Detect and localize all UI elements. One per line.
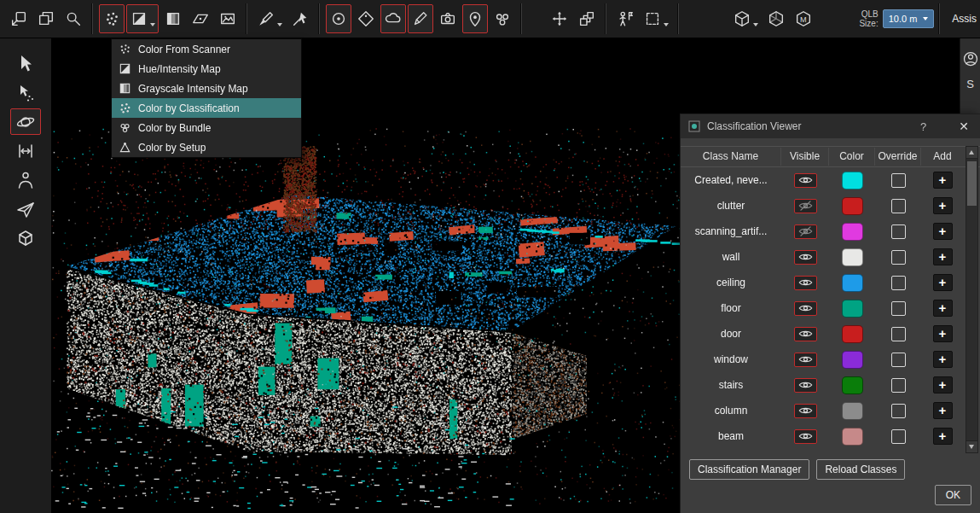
override-checkbox[interactable] xyxy=(891,327,906,341)
brush-tool-button[interactable] xyxy=(253,4,286,33)
class-color-swatch[interactable] xyxy=(842,223,863,241)
duplicate-window-button[interactable] xyxy=(33,4,59,33)
column-override: Override xyxy=(875,148,921,166)
menu-item-hue-intensity[interactable]: Hue/Intensity Map xyxy=(112,59,301,79)
selection-box-button[interactable] xyxy=(640,4,672,33)
override-checkbox[interactable] xyxy=(891,250,906,265)
add-class-button[interactable]: + xyxy=(933,172,953,189)
add-class-button[interactable]: + xyxy=(933,197,953,214)
override-checkbox[interactable] xyxy=(891,173,906,188)
menu-item-grayscale[interactable]: Grayscale Intensity Map xyxy=(112,79,301,98)
visibility-toggle[interactable] xyxy=(794,429,817,444)
orbit-tool-button[interactable] xyxy=(10,108,41,135)
visibility-toggle[interactable] xyxy=(794,378,817,393)
cube-model-button[interactable]: M xyxy=(791,4,816,33)
scroll-down-icon[interactable] xyxy=(966,440,977,452)
tag-marker-button[interactable] xyxy=(353,4,379,33)
target-marker-button[interactable] xyxy=(326,4,351,33)
scrollbar-thumb[interactable] xyxy=(967,161,977,206)
box-mode-button[interactable] xyxy=(10,224,41,251)
qlb-size-select[interactable]: 10.0 m xyxy=(883,9,935,28)
visibility-toggle[interactable] xyxy=(794,250,817,265)
scrollbar[interactable] xyxy=(966,146,978,453)
menu-item-color-by-setup[interactable]: Color by Setup xyxy=(112,137,301,157)
menu-item-label: Hue/Intensity Map xyxy=(138,63,221,75)
export-view-button[interactable] xyxy=(6,4,32,33)
add-class-button[interactable]: + xyxy=(933,325,953,342)
visibility-toggle[interactable] xyxy=(794,353,817,367)
visibility-toggle[interactable] xyxy=(794,301,817,316)
class-color-swatch[interactable] xyxy=(842,172,863,189)
override-checkbox[interactable] xyxy=(891,199,906,213)
visibility-toggle[interactable] xyxy=(794,404,817,418)
visibility-toggle[interactable] xyxy=(794,224,817,239)
cube-view-button[interactable] xyxy=(729,4,762,33)
classification-manager-button[interactable]: Classification Manager xyxy=(689,459,809,480)
add-class-button[interactable]: + xyxy=(933,376,953,393)
override-checkbox[interactable] xyxy=(891,276,906,290)
hue-intensity-map-button[interactable] xyxy=(126,4,159,33)
add-class-button[interactable]: + xyxy=(933,248,953,265)
override-checkbox[interactable] xyxy=(891,301,906,316)
qlb-size-control: QLB Size: 10.0 m xyxy=(859,9,934,29)
image-icon xyxy=(218,9,237,28)
camera-snapshot-button[interactable] xyxy=(435,4,461,33)
fly-tool-button[interactable] xyxy=(10,195,41,222)
walkthrough-button[interactable] xyxy=(612,4,638,33)
scroll-up-icon[interactable] xyxy=(966,147,977,159)
image-view-button[interactable] xyxy=(215,4,241,33)
pen-annotation-button[interactable] xyxy=(408,4,433,33)
class-color-swatch[interactable] xyxy=(842,197,863,215)
select-points-button[interactable] xyxy=(10,79,41,106)
add-class-button[interactable]: + xyxy=(933,402,953,419)
class-color-swatch[interactable] xyxy=(842,402,863,420)
override-checkbox[interactable] xyxy=(891,378,906,393)
assist-user-icon[interactable] xyxy=(962,50,979,67)
class-color-swatch[interactable] xyxy=(842,428,863,446)
pick-ray-button[interactable] xyxy=(287,4,313,33)
class-color-swatch[interactable] xyxy=(842,274,863,292)
grayscale-intensity-button[interactable] xyxy=(160,4,186,33)
visibility-toggle[interactable] xyxy=(794,327,817,341)
visibility-toggle[interactable] xyxy=(794,276,817,290)
class-name-label: ceiling xyxy=(681,277,781,289)
override-checkbox[interactable] xyxy=(891,404,906,418)
assist-panel-title[interactable]: Assis xyxy=(945,13,980,25)
assist-s-label[interactable]: S xyxy=(966,78,974,90)
walk-view-button[interactable] xyxy=(10,166,41,193)
override-checkbox[interactable] xyxy=(891,429,906,444)
move-point-button[interactable] xyxy=(547,4,572,33)
add-class-button[interactable]: + xyxy=(933,274,953,291)
pointer-tool-button[interactable] xyxy=(10,50,41,77)
location-marker-button[interactable] xyxy=(462,4,488,33)
cube-wireframe-button[interactable] xyxy=(763,4,789,33)
class-color-swatch[interactable] xyxy=(842,376,863,394)
class-color-swatch[interactable] xyxy=(842,325,863,343)
reload-classes-button[interactable]: Reload Classes xyxy=(816,459,905,480)
help-button[interactable]: ? xyxy=(917,120,930,133)
ortho-map-button[interactable] xyxy=(188,4,213,33)
class-color-swatch[interactable] xyxy=(842,351,863,369)
add-class-button[interactable]: + xyxy=(933,428,953,445)
menu-item-color-by-bundle[interactable]: Color by Bundle xyxy=(112,118,301,137)
override-checkbox[interactable] xyxy=(891,353,906,367)
menu-item-color-from-scanner[interactable]: Color From Scanner xyxy=(112,39,301,59)
pan-tool-button[interactable] xyxy=(10,137,41,164)
cloud-annotation-button[interactable] xyxy=(380,4,406,33)
zoom-tool-button[interactable] xyxy=(61,4,86,33)
bundle-button[interactable] xyxy=(490,4,515,33)
visibility-toggle[interactable] xyxy=(794,173,817,188)
visibility-toggle[interactable] xyxy=(794,199,817,213)
ok-button[interactable]: OK xyxy=(935,485,971,505)
add-class-button[interactable]: + xyxy=(933,351,953,368)
close-button[interactable]: ✕ xyxy=(955,120,972,133)
color-from-scanner-button[interactable] xyxy=(99,4,125,33)
menu-item-color-by-classification[interactable]: Color by Classification xyxy=(112,98,301,118)
add-class-button[interactable]: + xyxy=(933,300,953,317)
add-class-button[interactable]: + xyxy=(933,223,953,240)
override-checkbox[interactable] xyxy=(891,224,906,239)
class-color-swatch[interactable] xyxy=(842,248,863,266)
class-color-swatch[interactable] xyxy=(842,300,863,318)
view-tools-group xyxy=(612,4,673,33)
registration-button[interactable] xyxy=(574,4,600,33)
